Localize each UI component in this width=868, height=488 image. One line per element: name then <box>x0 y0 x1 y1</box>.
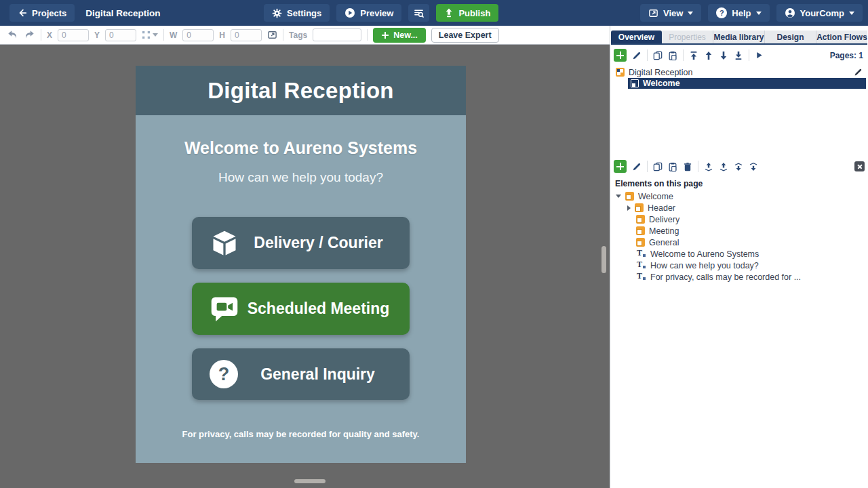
caret-down-icon <box>849 12 854 15</box>
tree-item-page-welcome[interactable]: Welcome <box>628 78 866 89</box>
y-input[interactable] <box>105 29 136 41</box>
x-field-label: X <box>47 30 52 40</box>
user-circle-icon <box>785 7 795 18</box>
tab-design[interactable]: Design <box>765 30 816 43</box>
kiosk-meeting-button[interactable]: Scheduled Meeting <box>192 283 410 335</box>
pages-toolbar: Pages: 1 <box>614 47 865 64</box>
move-page-top-button[interactable] <box>689 51 698 60</box>
tree-item-help-text[interactable]: How can we help you today? <box>612 260 867 271</box>
add-element-button[interactable] <box>614 160 627 173</box>
help-menu-button[interactable]: Help <box>708 4 769 22</box>
tree-item-label: How can we help you today? <box>650 261 759 270</box>
kiosk-page-body: Welcome to Aureno Systems How can we hel… <box>136 115 466 463</box>
move-down-icon <box>719 51 728 60</box>
video-chat-icon <box>210 294 239 324</box>
settings-button[interactable]: Settings <box>264 4 330 22</box>
tags-input[interactable] <box>313 28 361 41</box>
height-input[interactable] <box>231 29 262 41</box>
paste-element-button[interactable] <box>668 162 677 171</box>
tree-item-header-group[interactable]: Header <box>612 202 867 214</box>
preview-button[interactable]: Preview <box>336 4 401 22</box>
publish-button[interactable]: Publish <box>436 4 498 22</box>
topbar-right-group: View Help YourComp <box>640 4 863 22</box>
edit-element-button[interactable] <box>632 162 642 171</box>
redo-icon <box>24 30 35 40</box>
vertical-scrollbar-thumb[interactable] <box>601 246 606 273</box>
tree-item-delivery-group[interactable]: Delivery <box>612 214 867 225</box>
group-icon <box>635 203 644 212</box>
kiosk-footer-note[interactable]: For privacy, calls may be recorded for q… <box>136 429 466 439</box>
tab-action-flows[interactable]: Action Flows <box>816 30 867 43</box>
tree-item-meeting-group[interactable]: Meeting <box>612 225 867 237</box>
publish-button-label: Publish <box>458 8 490 18</box>
rename-project-button[interactable] <box>854 68 863 77</box>
move-page-down-button[interactable] <box>719 51 728 60</box>
toolbar-divider <box>163 29 164 41</box>
project-icon <box>616 68 625 77</box>
expander-down-icon[interactable] <box>616 195 621 198</box>
copy-page-button[interactable] <box>653 51 663 60</box>
play-page-button[interactable] <box>755 51 764 60</box>
tab-overview[interactable]: Overview <box>611 30 662 43</box>
expander-right-icon[interactable] <box>627 205 631 211</box>
group-icon <box>636 238 645 247</box>
bring-forward-button[interactable] <box>734 162 743 171</box>
send-to-back-button[interactable] <box>719 162 728 171</box>
send-backward-icon <box>749 162 758 171</box>
leave-expert-button[interactable]: Leave Expert <box>431 28 499 43</box>
anchor-position-button[interactable] <box>142 30 158 39</box>
fit-screen-button[interactable] <box>267 30 277 40</box>
move-page-bottom-button[interactable] <box>734 51 743 60</box>
group-icon <box>636 226 645 235</box>
tree-item-welcome-group[interactable]: Welcome <box>612 190 867 202</box>
right-sidebar: Overview Properties Media library Design… <box>610 26 868 488</box>
account-menu-button[interactable]: YourComp <box>776 4 863 22</box>
tree-item-project[interactable]: Digital Reception <box>612 66 867 78</box>
add-page-button[interactable] <box>614 49 627 62</box>
kiosk-page-preview: Digital Reception Welcome to Aureno Syst… <box>136 66 466 463</box>
kiosk-header-element[interactable]: Digital Reception <box>136 66 466 115</box>
help-circle-icon <box>716 7 727 18</box>
exclude-icon[interactable] <box>854 161 865 171</box>
edit-page-button[interactable] <box>632 51 642 60</box>
back-button-label: Projects <box>32 8 66 18</box>
caret-down-icon <box>756 12 762 15</box>
tags-field-label: Tags <box>289 30 307 40</box>
kiosk-welcome-title[interactable]: Welcome to Aureno Systems <box>136 138 466 158</box>
width-input[interactable] <box>182 29 214 41</box>
tree-item-general-group[interactable]: General <box>612 237 867 248</box>
back-to-projects-button[interactable]: Projects <box>9 4 75 22</box>
kiosk-delivery-button[interactable]: Delivery / Courier <box>192 217 410 269</box>
design-canvas[interactable]: Digital Reception Welcome to Aureno Syst… <box>0 45 610 488</box>
redo-button[interactable] <box>24 30 35 40</box>
undo-button[interactable] <box>7 30 18 40</box>
account-menu-label: YourComp <box>800 8 844 18</box>
toolbar-divider <box>367 29 368 41</box>
horizontal-scrollbar-thumb[interactable] <box>294 479 326 483</box>
tree-item-welcome-text[interactable]: Welcome to Aureno Systems <box>612 248 867 260</box>
x-input[interactable] <box>58 29 89 41</box>
copy-element-button[interactable] <box>653 162 663 171</box>
group-icon <box>625 192 634 201</box>
caret-down-icon <box>153 33 158 37</box>
delete-element-button[interactable] <box>683 162 692 171</box>
topbar-left-group: Projects Digital Reception <box>9 4 161 22</box>
kiosk-general-button[interactable]: General Inquiry <box>192 348 410 400</box>
kiosk-general-label: General Inquiry <box>238 365 410 384</box>
new-element-button[interactable]: New... <box>373 28 426 43</box>
tab-media-library[interactable]: Media library <box>713 30 765 43</box>
send-backward-button[interactable] <box>749 162 758 171</box>
tree-item-privacy-text[interactable]: For privacy, calls may be recorded for .… <box>612 271 867 283</box>
kiosk-welcome-subtitle[interactable]: How can we help you today? <box>136 170 466 185</box>
paste-page-button[interactable] <box>668 51 677 60</box>
bring-to-front-button[interactable] <box>704 162 713 171</box>
search-list-button[interactable] <box>408 4 429 22</box>
anchor-position-icon <box>142 30 151 39</box>
tab-properties[interactable]: Properties <box>662 30 713 43</box>
fit-screen-icon <box>267 30 277 40</box>
question-circle-icon <box>210 360 238 388</box>
view-menu-label: View <box>663 8 683 18</box>
move-page-up-button[interactable] <box>704 51 713 60</box>
view-menu-button[interactable]: View <box>640 4 701 22</box>
toolbar-divider <box>647 161 648 172</box>
